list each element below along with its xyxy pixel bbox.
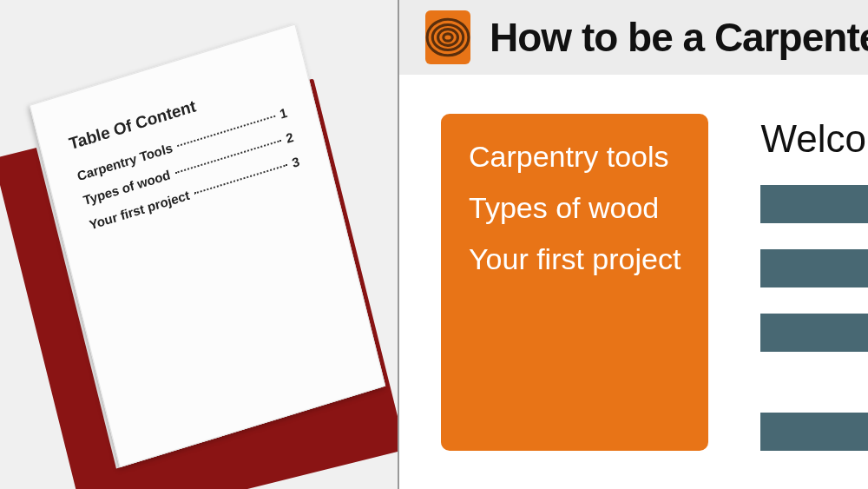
content-block xyxy=(760,413,868,451)
nav-item-tools[interactable]: Carpentry tools xyxy=(469,140,681,174)
site-header: How to be a Carpenter xyxy=(399,0,868,75)
book: Table Of Content Carpentry Tools 1 Types… xyxy=(0,79,399,489)
toc-entry-page: 1 xyxy=(278,105,288,122)
svg-point-2 xyxy=(438,30,458,46)
content-block xyxy=(760,314,868,352)
site-title: How to be a Carpenter xyxy=(490,14,868,61)
book-panel: Table Of Content Carpentry Tools 1 Types… xyxy=(0,0,399,489)
nav-box: Carpentry tools Types of wood Your first… xyxy=(441,114,708,451)
nav-item-project[interactable]: Your first project xyxy=(469,242,681,276)
content-column: Welcome xyxy=(760,114,868,451)
nav-item-wood[interactable]: Types of wood xyxy=(469,191,681,225)
content-block xyxy=(760,249,868,287)
wood-rings-icon xyxy=(425,10,470,64)
content-blocks xyxy=(760,185,868,451)
content-block xyxy=(760,185,868,223)
toc-entry-page: 3 xyxy=(291,154,301,170)
site-body: Carpentry tools Types of wood Your first… xyxy=(399,75,868,451)
toc-entry-page: 2 xyxy=(284,129,294,146)
svg-point-3 xyxy=(444,34,452,41)
content-heading: Welcome xyxy=(760,117,868,161)
website-panel: How to be a Carpenter Carpentry tools Ty… xyxy=(399,0,868,489)
